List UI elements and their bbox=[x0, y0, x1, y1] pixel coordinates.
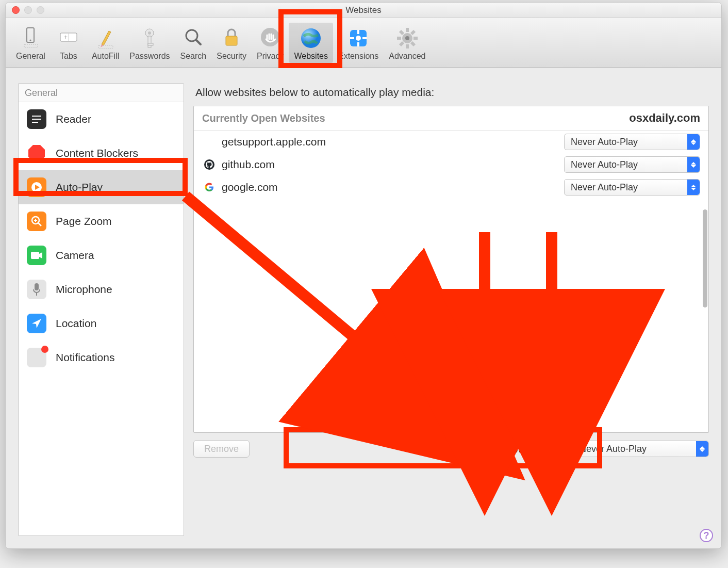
tab-autofill[interactable]: AutoFill bbox=[87, 23, 124, 63]
autoplay-select[interactable]: Never Auto-Play bbox=[564, 156, 700, 173]
reader-icon bbox=[27, 109, 46, 129]
toolbar: General + Tabs AutoFill Passwords Search bbox=[6, 18, 721, 68]
tab-security[interactable]: Security bbox=[211, 23, 252, 63]
hand-icon bbox=[260, 25, 280, 52]
other-websites-select[interactable]: Never Auto-Play bbox=[573, 441, 709, 457]
remove-button[interactable]: Remove bbox=[193, 440, 250, 458]
minimize-button[interactable] bbox=[24, 6, 32, 14]
sidebar: General Reader Content Blockers Auto-Pla… bbox=[18, 83, 184, 536]
zoom-icon bbox=[27, 212, 46, 231]
select-value: Never Auto-Play bbox=[571, 182, 638, 193]
other-websites-label: When visiting other websites: bbox=[419, 443, 559, 455]
sidebar-item-reader[interactable]: Reader bbox=[19, 102, 184, 136]
tab-tabs[interactable]: + Tabs bbox=[51, 23, 87, 63]
chevron-updown-icon bbox=[687, 157, 700, 172]
svg-marker-39 bbox=[39, 252, 42, 258]
site-row[interactable]: getsupport.apple.com Never Auto-Play bbox=[194, 131, 708, 153]
section-label: Currently Open Websites bbox=[202, 112, 325, 124]
titlebar: Websites bbox=[6, 3, 721, 18]
github-icon bbox=[202, 159, 217, 170]
chevron-updown-icon bbox=[696, 441, 708, 457]
sidebar-item-location[interactable]: Location bbox=[19, 306, 184, 340]
google-icon bbox=[202, 182, 217, 192]
tab-privacy[interactable]: Privacy bbox=[252, 23, 289, 63]
gear-icon bbox=[396, 25, 419, 52]
tab-label: Security bbox=[217, 52, 246, 61]
sidebar-label: Microphone bbox=[56, 283, 112, 296]
tab-search[interactable]: Search bbox=[175, 23, 212, 63]
help-button[interactable]: ? bbox=[700, 529, 713, 542]
zoom-button[interactable] bbox=[37, 6, 44, 14]
window-title: Websites bbox=[345, 5, 382, 15]
tab-label: Extensions bbox=[338, 52, 378, 61]
tab-websites[interactable]: Websites bbox=[289, 23, 333, 63]
svg-line-35 bbox=[38, 223, 41, 226]
tab-label: Search bbox=[180, 52, 207, 61]
tab-label: Websites bbox=[294, 52, 328, 61]
tab-label: Privacy bbox=[257, 52, 284, 61]
location-icon bbox=[27, 314, 46, 333]
window-controls bbox=[12, 6, 44, 14]
site-row[interactable]: github.com Never Auto-Play bbox=[194, 153, 708, 176]
site-name: github.com bbox=[222, 158, 564, 171]
svg-point-1 bbox=[30, 39, 31, 41]
sidebar-label: Location bbox=[56, 317, 96, 330]
tab-general[interactable]: General bbox=[11, 23, 51, 63]
svg-marker-42 bbox=[32, 319, 41, 328]
select-value: Never Auto-Play bbox=[580, 444, 647, 455]
brand-label: osxdaily.com bbox=[629, 111, 700, 125]
tab-label: AutoFill bbox=[92, 52, 119, 61]
svg-rect-9 bbox=[148, 36, 151, 47]
sidebar-item-content-blockers[interactable]: Content Blockers bbox=[19, 136, 184, 170]
main-heading: Allow websites below to automatically pl… bbox=[195, 86, 709, 99]
main-panel: Allow websites below to automatically pl… bbox=[193, 83, 709, 536]
tab-extensions[interactable]: Extensions bbox=[333, 23, 384, 63]
svg-point-15 bbox=[301, 28, 321, 48]
puzzle-icon bbox=[347, 25, 370, 52]
key-icon bbox=[139, 25, 160, 52]
svg-rect-13 bbox=[226, 36, 237, 45]
tab-label: General bbox=[16, 52, 45, 61]
close-button[interactable] bbox=[12, 6, 20, 14]
select-value: Never Auto-Play bbox=[571, 159, 638, 170]
notifications-icon bbox=[27, 348, 46, 367]
sidebar-label: Auto-Play bbox=[56, 181, 103, 193]
microphone-icon bbox=[27, 280, 46, 299]
sidebar-item-notifications[interactable]: Notifications bbox=[19, 340, 184, 375]
tab-passwords[interactable]: Passwords bbox=[124, 23, 175, 63]
svg-rect-10 bbox=[148, 43, 153, 45]
autoplay-select[interactable]: Never Auto-Play bbox=[564, 134, 700, 150]
svg-rect-40 bbox=[35, 283, 39, 290]
svg-line-27 bbox=[400, 42, 403, 45]
play-icon bbox=[27, 177, 46, 197]
select-value: Never Auto-Play bbox=[571, 137, 638, 148]
box-header: Currently Open Websites osxdaily.com bbox=[194, 106, 708, 131]
general-icon bbox=[21, 25, 40, 52]
sidebar-item-page-zoom[interactable]: Page Zoom bbox=[19, 204, 184, 238]
tabs-icon: + bbox=[58, 25, 79, 52]
sidebar-item-camera[interactable]: Camera bbox=[19, 238, 184, 272]
sidebar-item-microphone[interactable]: Microphone bbox=[19, 272, 184, 306]
search-icon bbox=[183, 25, 204, 52]
chevron-updown-icon bbox=[687, 180, 700, 195]
site-row[interactable]: google.com Never Auto-Play bbox=[194, 176, 708, 199]
sidebar-label: Content Blockers bbox=[56, 147, 138, 159]
tab-advanced[interactable]: Advanced bbox=[384, 23, 431, 63]
svg-line-26 bbox=[411, 31, 415, 34]
svg-point-19 bbox=[405, 36, 409, 40]
sidebar-item-auto-play[interactable]: Auto-Play bbox=[19, 170, 184, 204]
svg-rect-6 bbox=[98, 45, 113, 48]
svg-rect-38 bbox=[31, 252, 39, 259]
svg-point-14 bbox=[261, 28, 279, 46]
scrollbar[interactable] bbox=[703, 209, 707, 307]
site-name: google.com bbox=[222, 181, 564, 193]
camera-icon bbox=[27, 246, 46, 265]
bottom-bar: Remove When visiting other websites: Nev… bbox=[193, 440, 709, 458]
stop-icon bbox=[27, 143, 46, 163]
sidebar-label: Notifications bbox=[56, 351, 114, 364]
sidebar-header: General bbox=[19, 84, 184, 102]
svg-point-8 bbox=[148, 31, 151, 35]
autoplay-select[interactable]: Never Auto-Play bbox=[564, 179, 700, 196]
svg-text:+: + bbox=[64, 34, 68, 41]
sidebar-label: Reader bbox=[56, 113, 91, 125]
